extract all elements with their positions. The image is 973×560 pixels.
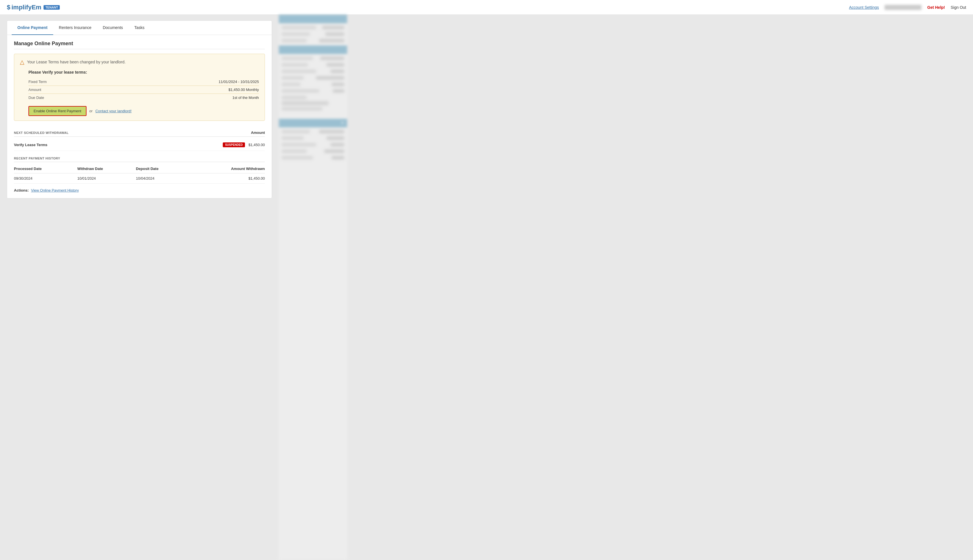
sidebar-blurred-label [282,96,307,99]
logo-dollar-sign: $ [7,4,10,11]
cell-deposit-date: 10/04/2024 [136,173,187,183]
sidebar-blurred-label [282,39,307,42]
table-row: 09/30/2024 10/01/2024 10/04/2024 $1,450.… [14,173,265,183]
main-card: Online Payment Renters Insurance Documen… [7,20,272,198]
sidebar-blurred-label [282,90,319,92]
sidebar-row [279,56,347,61]
alert-box: △ Your Lease Terms have been changed by … [14,54,265,121]
sidebar-section-1-header [279,15,347,23]
sidebar-row [279,32,347,37]
sidebar-blurred-value [333,90,344,92]
sidebar-blurred-label [282,130,310,133]
lease-term-row-amount: Amount $1,450.00 Monthly [28,86,259,94]
sidebar-row [279,136,347,141]
tab-tasks[interactable]: Tasks [129,21,150,35]
withdrawal-section-title: NEXT SCHEDULED WITHDRAWAL [14,131,69,135]
sidebar-row [279,142,347,147]
sidebar-blurred-label [282,63,308,66]
sidebar-row [279,25,347,30]
col-withdraw-date: Withdraw Date [77,164,136,173]
cell-processed-date: 09/30/2024 [14,173,77,183]
sidebar-blurred-label [282,57,313,60]
sidebar-row [279,75,347,80]
withdrawal-section-header: NEXT SCHEDULED WITHDRAWAL Amount [14,128,265,137]
withdrawal-label: Verify Lease Terms [14,143,47,147]
sidebar-section-2 [279,45,347,113]
sidebar-blurred-value [322,26,344,29]
sidebar-row [279,100,347,106]
history-section: RECENT PAYMENT HISTORY Processed Date Wi… [14,157,265,183]
sidebar-blurred-value [316,77,344,79]
tab-documents[interactable]: Documents [97,21,129,35]
sidebar-blurred-label [282,150,307,153]
sidebar-blurred-value [324,150,344,153]
enable-payment-button[interactable]: Enable Online Rent Payment [28,106,87,116]
sidebar-blurred-value [327,63,344,66]
sidebar-blurred-value [327,137,344,140]
sidebar-blurred-value [319,130,344,133]
actions-label: Actions: [14,188,29,192]
sidebar-blurred-label [282,26,316,29]
get-help-link[interactable]: Get Help! [927,5,945,10]
sidebar-blurred-value [332,156,344,159]
sidebar-blurred-label [282,156,313,159]
sidebar-blurred-label [282,137,304,140]
sidebar-row [279,69,347,74]
amount-label: Amount [28,88,41,92]
withdrawal-amount: $1,450.00 [248,143,265,147]
main-content: Online Payment Renters Insurance Documen… [0,15,279,560]
tab-online-payment[interactable]: Online Payment [12,21,53,35]
sidebar-blurred-label [282,143,316,146]
history-table: Processed Date Withdraw Date Deposit Dat… [14,164,265,183]
tab-renters-insurance[interactable]: Renters Insurance [53,21,97,35]
view-history-link[interactable]: View Online Payment History [31,188,79,192]
sidebar-divider [279,154,347,155]
header: $ implifyEm TENANT Account Settings Get … [0,0,973,15]
sidebar-blurred-value [331,143,344,146]
alert-message: Your Lease Terms have been changed by yo… [27,60,125,64]
sidebar-blurred-value [320,57,344,60]
tenant-badge: TENANT [43,5,60,10]
sidebar-blurred-label [282,70,316,73]
sidebar-row [279,62,347,67]
col-processed-date: Processed Date [14,164,77,173]
sidebar-section-2-header [279,45,347,54]
verify-title: Please Verify your lease terms: [28,70,259,75]
due-date-label: Due Date [28,95,44,100]
sidebar-divider [279,31,347,31]
cell-amount-withdrawn: $1,450.00 [187,173,265,183]
sidebar-row [279,106,347,112]
history-section-title: RECENT PAYMENT HISTORY [14,157,265,162]
sidebar-row [279,149,347,154]
warning-icon: △ [20,58,24,65]
sidebar-row [279,129,347,134]
sidebar-row [279,38,347,43]
fixed-term-value: 11/01/2024 - 10/31/2025 [219,80,259,84]
logo: $ implifyEm TENANT [7,4,60,11]
actions-row: Actions: View Online Payment History [14,188,265,192]
col-deposit-date: Deposit Date [136,164,187,173]
sidebar-divider [279,148,347,148]
sidebar-blurred-value [319,39,344,42]
card-body: Manage Online Payment △ Your Lease Terms… [7,35,272,198]
fixed-term-label: Fixed Term [28,80,47,84]
sidebar-blurred-value [331,70,344,73]
sidebar-section-1-content [279,23,347,45]
sign-out-link[interactable]: Sign Out [951,5,966,10]
header-nav: Account Settings Get Help! Sign Out [849,5,966,10]
sidebar-row [279,95,347,100]
page-layout: Online Payment Renters Insurance Documen… [0,15,973,560]
or-text: or [89,109,93,113]
sidebar-blurred-label [282,101,329,105]
sidebar-section-3-content [279,127,347,162]
alert-content: Please Verify your lease terms: Fixed Te… [20,70,259,116]
col-amount-withdrawn: Amount Withdrawn [187,164,265,173]
sidebar-divider [279,141,347,142]
contact-landlord-link[interactable]: Contact your landlord! [95,109,132,113]
tabs-bar: Online Payment Renters Insurance Documen… [7,21,272,35]
sidebar-section-2-content [279,54,347,113]
lease-term-row-due-date: Due Date 1st of the Month [28,94,259,102]
account-settings-link[interactable]: Account Settings [849,5,879,10]
sidebar-section-1 [279,15,347,45]
header-user-blurred [884,5,921,10]
